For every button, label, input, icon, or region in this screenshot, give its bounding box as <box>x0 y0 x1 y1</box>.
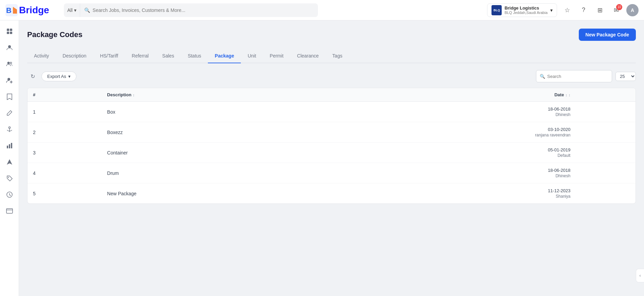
company-logo: BLQ <box>491 5 502 15</box>
cell-extra <box>576 143 636 163</box>
table-search-icon: 🔍 <box>540 74 545 79</box>
table-row[interactable]: 4Drum18-06-2018Dhinesh <box>28 163 636 183</box>
cell-date: 18-06-2018Dhinesh <box>322 102 576 122</box>
sidebar-item-chart[interactable] <box>3 139 16 152</box>
tab-tags[interactable]: Tags <box>325 49 349 63</box>
company-name: Bridge Logistics <box>504 5 548 11</box>
cell-num: 3 <box>28 143 102 163</box>
cell-extra <box>576 122 636 143</box>
toolbar: ↻ Export As ▾ 🔍 25 50 100 <box>27 70 636 82</box>
sidebar-item-navigate[interactable] <box>3 155 16 169</box>
main-content: Package Codes New Package Code ActivityD… <box>19 20 644 296</box>
svg-rect-6 <box>10 32 12 34</box>
svg-rect-23 <box>6 209 13 213</box>
table-row[interactable]: 1Box18-06-2018Dhinesh <box>28 102 636 122</box>
cell-date: 11-12-2023Shaniya <box>322 183 576 204</box>
svg-line-22 <box>10 195 11 196</box>
cell-num: 2 <box>28 122 102 143</box>
sidebar-item-edit[interactable] <box>3 106 16 120</box>
cell-description: Boxezz <box>102 122 322 143</box>
sort-icon: ↕ <box>565 93 567 97</box>
sidebar-item-users[interactable] <box>3 57 16 71</box>
search-filter-label: All <box>67 7 73 13</box>
company-info: Bridge Logistics BLQ Jeddah,Saudi Arabia <box>504 5 548 15</box>
notifications-button[interactable]: ✉ 10 <box>610 4 622 16</box>
sort-icon-date: ↕ <box>569 93 571 97</box>
logo[interactable]: B Bridge <box>5 4 60 16</box>
data-table: #Description↕Date↕↕ 1Box18-06-2018Dhines… <box>27 88 636 204</box>
per-page-select[interactable]: 25 50 100 <box>615 72 636 81</box>
svg-rect-4 <box>10 29 12 31</box>
sidebar-item-bookmark[interactable] <box>3 90 16 103</box>
sidebar-item-dashboard[interactable] <box>3 24 16 38</box>
svg-marker-18 <box>7 159 12 165</box>
cell-num: 1 <box>28 102 102 122</box>
svg-point-9 <box>10 62 12 64</box>
tab-activity[interactable]: Activity <box>27 49 56 63</box>
svg-rect-5 <box>7 32 9 34</box>
sidebar-item-card[interactable] <box>3 204 16 218</box>
tab-hs-tariff[interactable]: HS/Tariff <box>93 49 125 63</box>
table-search-wrap: 🔍 <box>536 70 612 82</box>
svg-rect-16 <box>9 144 10 148</box>
global-search-input[interactable] <box>93 7 314 13</box>
sidebar-item-clock[interactable] <box>3 188 16 201</box>
svg-rect-15 <box>7 146 8 148</box>
notification-badge: 10 <box>616 4 622 10</box>
tab-sales[interactable]: Sales <box>156 49 181 63</box>
table-search-input[interactable] <box>547 74 608 79</box>
tab-permit[interactable]: Permit <box>263 49 290 63</box>
table-body: 1Box18-06-2018Dhinesh2Boxezz03-10-2020ra… <box>28 102 636 204</box>
tab-description[interactable]: Description <box>56 49 93 63</box>
sidebar <box>0 20 19 296</box>
export-label: Export As <box>47 74 66 79</box>
svg-rect-17 <box>11 143 12 148</box>
collapse-sidebar-button[interactable]: ‹ <box>636 269 644 282</box>
cell-description: New Package <box>102 183 322 204</box>
svg-rect-3 <box>7 29 9 31</box>
dropdown-arrow-icon: ▾ <box>74 7 76 13</box>
tab-status[interactable]: Status <box>181 49 208 63</box>
col-description[interactable]: Description↕ <box>102 88 322 102</box>
col-date[interactable]: Date↕↕ <box>322 88 576 102</box>
tab-unit[interactable]: Unit <box>241 49 263 63</box>
help-button[interactable]: ? <box>577 4 590 16</box>
table-header: #Description↕Date↕↕ <box>28 88 636 102</box>
page-title: Package Codes <box>27 30 83 39</box>
logo-text: Bridge <box>19 5 49 16</box>
svg-point-19 <box>8 177 9 178</box>
search-icon: 🔍 <box>84 7 90 13</box>
cell-description: Container <box>102 143 322 163</box>
search-filter-dropdown[interactable]: All ▾ <box>64 3 80 17</box>
company-sub: BLQ Jeddah,Saudi Arabia <box>504 11 548 15</box>
cell-extra <box>576 183 636 204</box>
apps-button[interactable]: ⊞ <box>594 4 606 16</box>
refresh-button[interactable]: ↻ <box>27 71 38 82</box>
page-header: Package Codes New Package Code <box>27 29 636 41</box>
cell-date: 03-10-2020ranjana raveendran <box>322 122 576 143</box>
star-button[interactable]: ☆ <box>561 4 573 16</box>
new-package-code-button[interactable]: New Package Code <box>579 29 636 41</box>
cell-date: 05-01-2019Default <box>322 143 576 163</box>
company-dropdown-icon: ▾ <box>550 7 553 13</box>
avatar[interactable]: A <box>626 4 639 16</box>
tabs-container: ActivityDescriptionHS/TariffReferralSale… <box>27 49 636 63</box>
tab-package[interactable]: Package <box>208 49 241 63</box>
sidebar-item-tag[interactable] <box>3 171 16 185</box>
sidebar-item-person[interactable] <box>3 41 16 54</box>
company-selector[interactable]: BLQ Bridge Logistics BLQ Jeddah,Saudi Ar… <box>487 3 557 17</box>
sidebar-item-add-user[interactable] <box>3 73 16 87</box>
svg-point-7 <box>8 45 11 48</box>
svg-text:B: B <box>6 6 12 15</box>
sidebar-item-anchor[interactable] <box>3 122 16 136</box>
svg-point-13 <box>8 127 10 129</box>
tab-clearance[interactable]: Clearance <box>290 49 326 63</box>
svg-point-10 <box>7 78 10 81</box>
export-button[interactable]: Export As ▾ <box>41 71 76 81</box>
table-row[interactable]: 3Container05-01-2019Default <box>28 143 636 163</box>
table-row[interactable]: 5New Package11-12-2023Shaniya <box>28 183 636 204</box>
cell-num: 4 <box>28 163 102 183</box>
cell-description: Drum <box>102 163 322 183</box>
tab-referral[interactable]: Referral <box>125 49 156 63</box>
table-row[interactable]: 2Boxezz03-10-2020ranjana raveendran <box>28 122 636 143</box>
